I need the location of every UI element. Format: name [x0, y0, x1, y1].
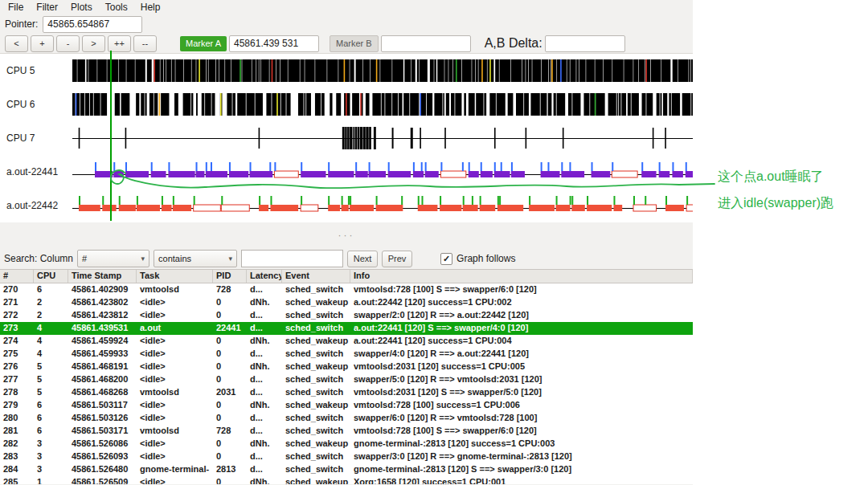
- table-row[interactable]: 282345861.526086<idle>0dNh.sched_wakeupg…: [0, 438, 693, 450]
- zoom-nav-button-3[interactable]: >: [82, 35, 105, 52]
- timeline-label: CPU 6: [0, 99, 72, 110]
- marker-a-line[interactable]: [110, 51, 112, 221]
- column-header--[interactable]: #: [0, 270, 34, 283]
- nav-buttons: <+->++--: [5, 35, 157, 52]
- table-row[interactable]: 278545861.468268vmtoolsd2031d...sched_sw…: [0, 386, 693, 399]
- column-header-pid[interactable]: PID: [213, 270, 247, 283]
- chevron-down-icon: ▾: [229, 255, 233, 263]
- table-row[interactable]: 277545861.468200<idle>0d...sched_switchs…: [0, 373, 693, 386]
- cell-time-stamp: 45861.459924: [68, 335, 137, 348]
- table-row[interactable]: 274445861.459924<idle>0dNh.sched_wakeupa…: [0, 335, 693, 348]
- search-match-value: contains: [158, 254, 191, 263]
- pointer-value-field[interactable]: 45865.654867: [43, 16, 142, 33]
- menu-tools[interactable]: Tools: [99, 1, 134, 14]
- column-header-info[interactable]: Info: [350, 270, 693, 283]
- marker-b-time-field[interactable]: [381, 35, 471, 52]
- cell-#: 283: [0, 450, 34, 463]
- cell-time-stamp: 45861.526480: [68, 463, 137, 476]
- cell-task: <idle>: [137, 412, 213, 425]
- cell-info: a.out:22441 [120] success=1 CPU:004: [350, 335, 693, 348]
- marker-a-label: Marker A: [186, 39, 221, 48]
- cell-info: vmtoolsd:728 [100] S ==> swapper/6:0 [12…: [350, 425, 693, 438]
- table-row[interactable]: 281645861.503171vmtoolsd728d...sched_swi…: [0, 425, 693, 438]
- marker-toolbar: <+->++-- Marker A 45861.439 531 Marker B…: [0, 34, 693, 53]
- cell-cpu: 5: [34, 373, 68, 386]
- cell-task: <idle>: [137, 348, 213, 361]
- menu-filter[interactable]: Filter: [30, 1, 64, 14]
- handwritten-note: 这个点a.out睡眠了 进入idle(swapper)跑: [718, 163, 833, 216]
- graph-row-cpu-7: CPU 7: [0, 121, 693, 155]
- zoom-nav-button-2[interactable]: -: [56, 35, 80, 52]
- delta-value-field: [545, 35, 625, 52]
- cell-info: vmtoolsd:728 [100] success=1 CPU:006: [350, 399, 693, 412]
- zoom-nav-button-4[interactable]: ++: [108, 35, 131, 52]
- column-header-cpu[interactable]: CPU: [34, 270, 68, 283]
- cell-latency: d...: [247, 309, 282, 322]
- prev-label: Prev: [388, 254, 407, 263]
- menu-help[interactable]: Help: [134, 1, 167, 14]
- column-header-time-stamp[interactable]: Time Stamp: [68, 270, 137, 283]
- table-row[interactable]: 285145861.526509<idle>0dNh.sched_wakeupX…: [0, 476, 693, 484]
- cell-cpu: 6: [34, 412, 68, 425]
- search-match-select[interactable]: contains ▾: [154, 250, 237, 267]
- graph-row-cpu-5: CPU 5: [0, 54, 693, 88]
- table-row[interactable]: 284345861.526480gnome-terminal-2813d...s…: [0, 463, 693, 476]
- cell-time-stamp: 45861.503171: [68, 425, 137, 438]
- cell-#: 275: [0, 348, 34, 361]
- marker-a-time-field[interactable]: 45861.439 531: [229, 35, 319, 52]
- cell-event: sched_switch: [282, 386, 350, 399]
- marker-a-button[interactable]: Marker A: [180, 36, 227, 51]
- pointer-label: Pointer:: [5, 18, 38, 30]
- table-row[interactable]: 280645861.503126<idle>0d...sched_switchs…: [0, 412, 693, 425]
- column-header-event[interactable]: Event: [282, 270, 350, 283]
- cell-event: sched_switch: [282, 425, 350, 438]
- marker-b-button[interactable]: Marker B: [330, 35, 379, 52]
- cell-latency: dNh.: [247, 399, 282, 412]
- table-row[interactable]: 283345861.526093<idle>0d...sched_switchs…: [0, 450, 693, 463]
- cell-#: 273: [0, 322, 34, 335]
- prev-button[interactable]: Prev: [382, 251, 412, 267]
- chevron-down-icon: ▾: [141, 255, 145, 263]
- cell-pid: 728: [213, 283, 247, 296]
- timeline-track-cpu-5[interactable]: [72, 56, 693, 85]
- cell-info: vmtoolsd:2031 [120] S ==> swapper/5:0 [1…: [350, 386, 693, 399]
- table-row[interactable]: 271245861.423802<idle>0dNh.sched_wakeupa…: [0, 296, 693, 309]
- menu-plots[interactable]: Plots: [64, 1, 99, 14]
- cell-time-stamp: 45861.503117: [68, 399, 137, 412]
- cell-event: sched_switch: [282, 373, 350, 386]
- pane-splitter[interactable]: ···: [0, 222, 693, 248]
- zoom-nav-button-5[interactable]: --: [133, 35, 157, 52]
- timeline-track-a-out-22442[interactable]: [72, 191, 693, 220]
- table-row[interactable]: 276545861.468191<idle>0dNh.sched_wakeupv…: [0, 361, 693, 373]
- zoom-nav-button-0[interactable]: <: [5, 35, 28, 52]
- table-row[interactable]: 273445861.439531a.out22441d...sched_swit…: [0, 322, 693, 335]
- search-input[interactable]: [241, 250, 343, 267]
- cell-latency: dNh.: [247, 438, 282, 450]
- zoom-nav-button-1[interactable]: +: [31, 35, 54, 52]
- search-column-select[interactable]: # ▾: [77, 250, 149, 267]
- next-button[interactable]: Next: [347, 251, 378, 267]
- cell-#: 281: [0, 425, 34, 438]
- table-row[interactable]: 275445861.459933<idle>0d...sched_switchs…: [0, 348, 693, 361]
- table-body: 270645861.402909vmtoolsd728d...sched_swi…: [0, 283, 693, 484]
- timeline-track-cpu-7[interactable]: [72, 124, 693, 153]
- cell-info: Xorg:1658 [120] success=1 CPU:001: [350, 476, 693, 484]
- cell-latency: d...: [247, 348, 282, 361]
- pointer-value: 45865.654867: [47, 18, 109, 30]
- cell-cpu: 3: [34, 450, 68, 463]
- cell-pid: 0: [213, 309, 247, 322]
- cell-cpu: 6: [34, 399, 68, 412]
- timeline-track-a-out-22441[interactable]: [72, 157, 693, 186]
- column-header-task[interactable]: Task: [137, 270, 213, 283]
- table-row[interactable]: 272245861.423812<idle>0d...sched_switchs…: [0, 309, 693, 322]
- table-row[interactable]: 279645861.503117<idle>0dNh.sched_wakeupv…: [0, 399, 693, 412]
- timeline-track-cpu-6[interactable]: [72, 90, 693, 119]
- cell-latency: d...: [247, 283, 282, 296]
- graph-follows-checkbox[interactable]: ✓: [440, 253, 452, 265]
- cell-#: 270: [0, 283, 34, 296]
- timeline-label: CPU 7: [0, 132, 72, 144]
- table-row[interactable]: 270645861.402909vmtoolsd728d...sched_swi…: [0, 283, 693, 296]
- cell-info: vmtoolsd:728 [100] S ==> swapper/6:0 [12…: [350, 283, 693, 296]
- column-header-latency[interactable]: Latency: [247, 270, 282, 283]
- menu-file[interactable]: File: [2, 1, 30, 14]
